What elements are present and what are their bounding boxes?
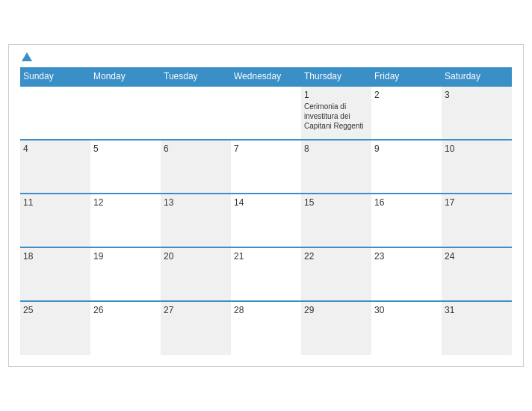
calendar-cell: 27 bbox=[161, 301, 231, 355]
calendar-cell: 8 bbox=[301, 140, 371, 194]
day-header-friday: Friday bbox=[371, 67, 442, 86]
day-number: 22 bbox=[304, 251, 368, 262]
day-number: 3 bbox=[445, 90, 509, 100]
day-number: 9 bbox=[374, 143, 439, 154]
week-row: 11121314151617 bbox=[20, 194, 512, 247]
day-number: 19 bbox=[93, 251, 158, 262]
calendar-cell: 2 bbox=[371, 86, 442, 140]
day-number: 10 bbox=[445, 143, 509, 154]
day-number: 13 bbox=[164, 197, 228, 208]
calendar-cell: 29 bbox=[301, 301, 371, 355]
calendar-cell: 24 bbox=[442, 247, 512, 301]
calendar-header bbox=[20, 52, 512, 61]
day-number: 31 bbox=[445, 305, 509, 315]
calendar-cell: 26 bbox=[90, 301, 161, 355]
calendar-cell: 3 bbox=[442, 86, 512, 140]
calendar-cell: 18 bbox=[20, 247, 90, 301]
day-number: 20 bbox=[164, 251, 228, 262]
calendar-cell bbox=[161, 86, 231, 140]
calendar-cell: 9 bbox=[371, 140, 442, 194]
week-row: 18192021222324 bbox=[20, 247, 512, 301]
week-row: 25262728293031 bbox=[20, 301, 512, 355]
day-number: 23 bbox=[374, 251, 439, 262]
calendar-cell bbox=[90, 86, 161, 140]
week-row: 45678910 bbox=[20, 140, 512, 194]
calendar-cell: 14 bbox=[231, 194, 301, 247]
calendar-cell: 21 bbox=[231, 247, 301, 301]
day-header-sunday: Sunday bbox=[20, 67, 90, 86]
calendar-cell: 1Cerimonia di investitura dei Capitani R… bbox=[301, 86, 371, 140]
calendar-cell: 30 bbox=[371, 301, 442, 355]
day-header-tuesday: Tuesday bbox=[161, 67, 231, 86]
day-header-monday: Monday bbox=[90, 67, 161, 86]
day-number: 24 bbox=[445, 251, 509, 262]
day-number: 29 bbox=[304, 305, 368, 315]
day-number: 7 bbox=[234, 143, 298, 154]
calendar-cell bbox=[231, 86, 301, 140]
day-number: 30 bbox=[374, 305, 439, 315]
day-number: 17 bbox=[445, 197, 509, 208]
day-number: 25 bbox=[23, 305, 87, 315]
day-number: 4 bbox=[23, 143, 87, 154]
calendar-cell: 11 bbox=[20, 194, 90, 247]
calendar-cell: 15 bbox=[301, 194, 371, 247]
calendar-cell: 13 bbox=[161, 194, 231, 247]
calendar-cell: 16 bbox=[371, 194, 442, 247]
calendar-cell: 25 bbox=[20, 301, 90, 355]
day-number: 27 bbox=[164, 305, 228, 315]
day-number: 14 bbox=[234, 197, 298, 208]
day-number: 6 bbox=[164, 143, 228, 154]
week-row: 1Cerimonia di investitura dei Capitani R… bbox=[20, 86, 512, 140]
calendar-container: SundayMondayTuesdayWednesdayThursdayFrid… bbox=[8, 44, 524, 367]
day-number: 18 bbox=[23, 251, 87, 262]
day-number: 15 bbox=[304, 197, 368, 208]
calendar-cell: 22 bbox=[301, 247, 371, 301]
day-number: 8 bbox=[304, 143, 368, 154]
calendar-cell: 19 bbox=[90, 247, 161, 301]
day-number: 2 bbox=[374, 90, 439, 100]
logo bbox=[20, 52, 32, 61]
calendar-cell: 12 bbox=[90, 194, 161, 247]
day-header-thursday: Thursday bbox=[301, 67, 371, 86]
calendar-cell: 7 bbox=[231, 140, 301, 194]
calendar-cell: 4 bbox=[20, 140, 90, 194]
day-number: 28 bbox=[234, 305, 298, 315]
day-number: 11 bbox=[23, 197, 87, 208]
calendar-cell: 20 bbox=[161, 247, 231, 301]
calendar-tbody: 1Cerimonia di investitura dei Capitani R… bbox=[20, 86, 512, 355]
event-text: Cerimonia di investitura dei Capitani Re… bbox=[304, 102, 364, 130]
day-number: 1 bbox=[304, 90, 368, 100]
day-header-saturday: Saturday bbox=[442, 67, 512, 86]
day-number: 12 bbox=[93, 197, 158, 208]
logo-triangle-icon bbox=[22, 52, 32, 61]
calendar-cell bbox=[20, 86, 90, 140]
logo-line bbox=[20, 52, 32, 61]
day-header-wednesday: Wednesday bbox=[231, 67, 301, 86]
header-row: SundayMondayTuesdayWednesdayThursdayFrid… bbox=[20, 67, 512, 86]
calendar-cell: 23 bbox=[371, 247, 442, 301]
calendar-cell: 31 bbox=[442, 301, 512, 355]
calendar-cell: 17 bbox=[442, 194, 512, 247]
day-number: 26 bbox=[93, 305, 158, 315]
day-number: 5 bbox=[93, 143, 158, 154]
calendar-table: SundayMondayTuesdayWednesdayThursdayFrid… bbox=[20, 67, 512, 355]
calendar-cell: 6 bbox=[161, 140, 231, 194]
calendar-thead: SundayMondayTuesdayWednesdayThursdayFrid… bbox=[20, 67, 512, 86]
day-number: 21 bbox=[234, 251, 298, 262]
day-number: 16 bbox=[374, 197, 439, 208]
calendar-cell: 5 bbox=[90, 140, 161, 194]
calendar-cell: 10 bbox=[442, 140, 512, 194]
calendar-cell: 28 bbox=[231, 301, 301, 355]
